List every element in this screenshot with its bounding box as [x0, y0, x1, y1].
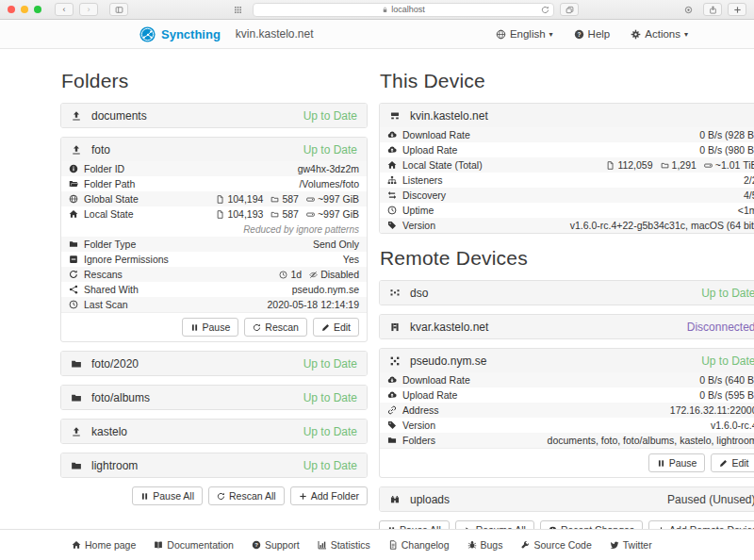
sitemap-icon — [387, 175, 397, 185]
footer-link-home[interactable]: Home page — [72, 539, 136, 551]
footer-link-bugs[interactable]: Bugs — [467, 539, 503, 551]
local-size: ~997 GiB — [318, 208, 359, 220]
folder-row-kastelo[interactable]: kastelo Up to Date — [61, 420, 367, 443]
folder-row-fotoalbums[interactable]: foto/albums Up to Date — [61, 386, 367, 409]
lock-icon — [382, 7, 388, 13]
book-icon — [154, 540, 163, 550]
folder-row-foto[interactable]: foto Up to Date — [61, 138, 367, 161]
footer-link-support[interactable]: Support — [252, 539, 300, 551]
language-menu[interactable]: English ▾ — [496, 28, 553, 40]
extension-icon — [684, 6, 693, 14]
device-details: Download Rate 0 B/s (640 B) Upload Rate … — [380, 372, 754, 477]
folder-status: Up to Date — [303, 391, 357, 404]
device-row-dso[interactable]: dso Up to Date — [380, 281, 754, 305]
folder-name: kastelo — [91, 425, 127, 438]
actions-menu[interactable]: Actions ▾ — [631, 28, 688, 40]
folder-panel-kastelo: kastelo Up to Date — [60, 419, 368, 444]
folder-status: Up to Date — [303, 425, 357, 438]
rescan-interval: 1d — [290, 269, 302, 280]
tag-icon — [387, 420, 397, 430]
device-panel-kvar: kvar.kastelo.net Disconnected — [379, 314, 754, 339]
file-icon — [216, 195, 224, 204]
pause-icon — [190, 323, 199, 332]
minimize-window-button[interactable] — [21, 6, 28, 13]
new-tab-button[interactable] — [728, 3, 746, 16]
device-panel-dso: dso Up to Date — [379, 280, 754, 305]
device-row-pseudo[interactable]: pseudo.nym.se Up to Date — [380, 349, 754, 372]
footer-link-source-code[interactable]: Source Code — [520, 539, 591, 551]
cloud-upload-icon — [387, 390, 397, 400]
pause-folder-button[interactable]: Pause — [182, 318, 239, 337]
help-menu[interactable]: Help — [574, 28, 611, 40]
edit-device-button[interactable]: Edit — [711, 453, 754, 472]
address-bar[interactable]: localhost — [253, 3, 554, 17]
sidebar-icon — [115, 6, 123, 14]
rescan-folder-button[interactable]: Rescan — [244, 318, 307, 337]
ignore-permissions-value: Yes — [343, 254, 359, 265]
folder-row-documents[interactable]: documents Up to Date — [61, 104, 367, 127]
globe-icon — [496, 29, 506, 40]
sidebar-toggle-button[interactable] — [109, 3, 128, 16]
refresh-icon[interactable] — [541, 6, 549, 14]
local-files: 104,193 — [227, 208, 263, 220]
this-device-row[interactable]: kvin.kastelo.net — [380, 104, 754, 127]
close-window-button[interactable] — [8, 6, 15, 13]
total-files: 112,059 — [617, 159, 652, 171]
device-row-uploads[interactable]: uploads Paused (Unused) — [380, 487, 754, 511]
device-row-kvar[interactable]: kvar.kastelo.net Disconnected — [380, 315, 754, 338]
pause-device-button[interactable]: Pause — [648, 453, 706, 472]
footer-link-twitter[interactable]: Twitter — [610, 539, 652, 551]
tabs-icon — [566, 6, 574, 14]
folder-status: Up to Date — [303, 357, 357, 371]
send-only-folder-icon — [71, 110, 82, 122]
rescan-all-button[interactable]: Rescan All — [208, 486, 285, 505]
folder-icon — [71, 392, 82, 404]
footer-link-documentation[interactable]: Documentation — [154, 539, 234, 551]
info-icon — [69, 164, 78, 173]
show-tabs-button[interactable] — [560, 3, 579, 16]
eye-slash-icon — [309, 271, 318, 279]
device-name: kvar.kastelo.net — [410, 321, 488, 334]
folder-icon — [71, 358, 82, 370]
pause-all-folders-button[interactable]: Pause All — [132, 486, 203, 505]
extension-button[interactable] — [679, 3, 697, 16]
link-icon — [387, 405, 397, 415]
listeners-value: 2/2 — [744, 174, 754, 186]
brand[interactable]: Syncthing — [139, 26, 221, 42]
footer-link-changelog[interactable]: Changelog — [388, 539, 450, 551]
share-icon — [69, 285, 78, 294]
local-state-total-row: Local State (Total) 112,059 1,291 ~1.01 … — [380, 157, 754, 173]
local-state-row: Local State 104,193 587 ~997 GiB — [61, 206, 367, 222]
zoom-window-button[interactable] — [34, 6, 41, 13]
plus-icon — [733, 6, 742, 14]
forward-button[interactable]: › — [79, 3, 98, 16]
add-folder-button[interactable]: Add Folder — [290, 486, 368, 505]
device-panel-uploads: uploads Paused (Unused) — [379, 486, 754, 512]
edit-folder-button[interactable]: Edit — [313, 318, 359, 337]
home-icon — [69, 209, 78, 219]
help-label: Help — [588, 28, 611, 40]
actions-label: Actions — [645, 28, 680, 40]
refresh-icon — [253, 323, 261, 332]
globe-icon — [69, 194, 78, 204]
pencil-icon — [321, 323, 330, 332]
tag-icon — [387, 221, 397, 230]
folders-title: Folders — [61, 70, 368, 92]
cloud-upload-icon — [387, 145, 397, 155]
share-button[interactable] — [703, 3, 722, 16]
back-button[interactable]: ‹ — [55, 3, 74, 16]
cloud-download-icon — [387, 375, 397, 385]
folder-row-lightroom[interactable]: lightroom Up to Date — [61, 453, 367, 477]
directory-icon — [661, 161, 669, 170]
bar-chart-icon — [318, 540, 327, 550]
ignore-patterns-note: Reduced by ignore patterns — [61, 222, 367, 237]
folder-row-foto2020[interactable]: foto/2020 Up to Date — [61, 352, 367, 375]
version-row: Version v1.6.0-rc.4+22-g5b34c31c, macOS … — [380, 218, 754, 233]
download-rate-value: 0 B/s (640 B) — [699, 374, 754, 386]
footer-link-statistics[interactable]: Statistics — [318, 539, 370, 551]
file-icon — [606, 161, 615, 170]
folders-value: documents, foto, foto/albums, kastelo, l… — [548, 435, 754, 446]
total-dirs: 1,291 — [672, 159, 697, 171]
shared-with-value: pseudo.nym.se — [292, 284, 359, 295]
tab-overview-grid-button[interactable] — [228, 3, 247, 16]
